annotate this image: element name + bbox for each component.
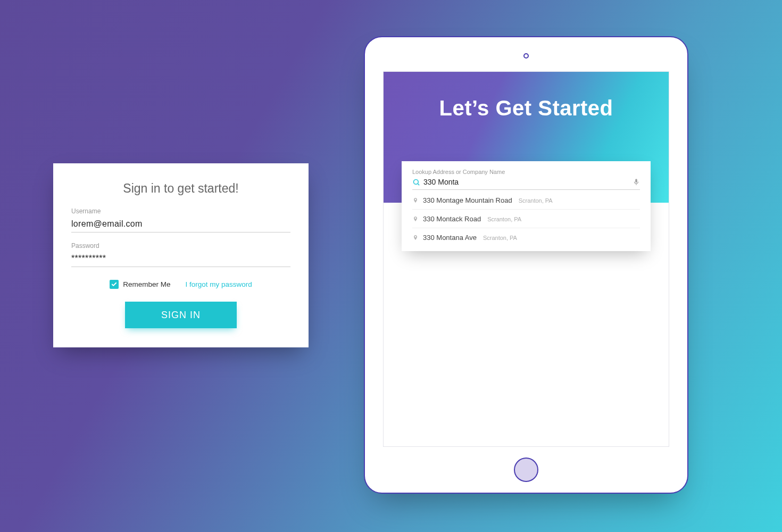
lookup-input-row xyxy=(412,175,640,190)
pin-icon xyxy=(412,215,419,223)
suggestion-sub: Scranton, PA xyxy=(519,197,553,204)
svg-line-1 xyxy=(418,184,419,185)
suggestion-main: 330 Montage Mountain Road xyxy=(423,196,512,204)
suggestion-item[interactable]: 330 Montage Mountain RoadScranton, PA xyxy=(412,191,640,210)
search-icon xyxy=(412,178,420,186)
lookup-input[interactable] xyxy=(423,178,633,186)
signin-card: Sign in to get started! Username Passwor… xyxy=(53,163,309,347)
remember-me-checkbox[interactable]: Remember Me xyxy=(110,280,170,289)
microphone-icon[interactable] xyxy=(633,178,640,186)
tablet-device: Let’s Get Started Lookup Address or Comp… xyxy=(364,36,688,494)
username-label: Username xyxy=(71,207,290,215)
suggestion-item[interactable]: 330 Montack RoadScranton, PA xyxy=(412,210,640,228)
svg-point-0 xyxy=(414,179,419,184)
forgot-password-link[interactable]: I forgot my password xyxy=(185,280,252,288)
signin-options: Remember Me I forgot my password xyxy=(71,280,290,289)
svg-rect-2 xyxy=(636,184,636,185)
camera-icon xyxy=(523,53,529,59)
home-button[interactable] xyxy=(514,458,538,482)
pin-icon xyxy=(412,234,419,242)
lookup-label: Lookup Address or Company Name xyxy=(412,169,640,175)
checkmark-icon xyxy=(110,280,119,289)
suggestion-list: 330 Montage Mountain RoadScranton, PA330… xyxy=(412,191,640,249)
suggestion-sub: Scranton, PA xyxy=(487,216,521,222)
suggestion-sub: Scranton, PA xyxy=(483,235,517,241)
password-input[interactable] xyxy=(71,252,290,267)
suggestion-main: 330 Montack Road xyxy=(423,215,481,223)
suggestion-item[interactable]: 330 Montana AveScranton, PA xyxy=(412,228,640,249)
username-input[interactable] xyxy=(71,217,290,232)
signin-title: Sign in to get started! xyxy=(71,181,290,196)
remember-me-label: Remember Me xyxy=(123,280,170,288)
signin-button[interactable]: SIGN IN xyxy=(125,302,237,328)
pin-icon xyxy=(412,197,419,204)
password-label: Password xyxy=(71,242,290,250)
tablet-screen: Let’s Get Started Lookup Address or Comp… xyxy=(383,71,669,447)
suggestion-main: 330 Montana Ave xyxy=(423,234,477,242)
lookup-card: Lookup Address or Company Name 330 Monta… xyxy=(402,161,651,251)
